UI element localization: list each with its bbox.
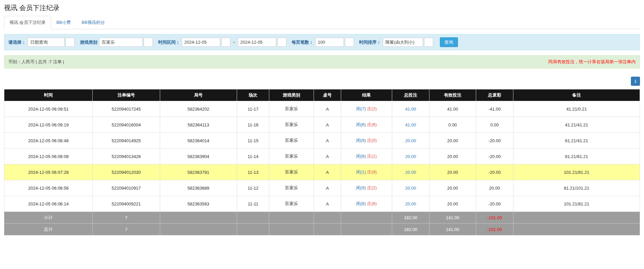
tab-betting-records[interactable]: 视讯 会员下注纪录: [4, 16, 51, 29]
cell-table-no: A: [314, 196, 341, 212]
cell-bet-no: 522094016004: [93, 117, 160, 133]
game-type-label: 游戏类别: [80, 39, 97, 45]
cell-time: 2024-12-05 06:06:56: [4, 180, 93, 196]
subtotal-count: 7: [93, 212, 160, 224]
total-bet-link[interactable]: 20.00: [405, 170, 416, 175]
table-row: 2024-12-05 06:06:56 522094010917 5823636…: [4, 180, 640, 196]
subtotal-empty: [513, 212, 640, 224]
cell-result: 闲(9) 庄(2): [341, 180, 392, 196]
sort-dropdown-box[interactable]: [424, 38, 433, 47]
subtotal-empty: [269, 212, 314, 224]
search-button[interactable]: 查询: [440, 37, 458, 47]
cell-bet-no: 522094012030: [93, 164, 160, 180]
date-to-picker-box[interactable]: [277, 38, 286, 47]
cell-bet-no: 522094010917: [93, 180, 160, 196]
cell-table-no: A: [314, 117, 341, 133]
total-bet-link[interactable]: 20.00: [405, 186, 416, 191]
table-row: 2024-12-05 06:08:48 522094014925 5823640…: [4, 133, 640, 149]
summary-bar: 币别：人民币 | 总共 :7 注单 | 同局有效投注，统一计算在该局第一张注单内: [4, 55, 640, 69]
date-to-input[interactable]: [238, 38, 276, 47]
table-footer: 小计 7 182.00 141.00 -101.00 总计 7: [4, 212, 640, 235]
cell-game-type: 百家乐: [269, 101, 314, 117]
subtotal-label: 小计: [4, 212, 93, 224]
cell-time: 2024-12-05 06:07:28: [4, 164, 93, 180]
cell-valid-bet: 20.00: [429, 164, 476, 180]
table-row: 2024-12-05 06:09:19 522094016004 5823641…: [4, 117, 640, 133]
cell-session: 11-17: [237, 101, 269, 117]
cell-bet-no: 522094014925: [93, 133, 160, 149]
date-from-input[interactable]: [182, 38, 220, 47]
result-player: 闲(6): [356, 154, 366, 159]
header-game-type: 游戏类别: [269, 89, 314, 101]
cell-time: 2024-12-05 06:09:19: [4, 117, 93, 133]
date-range-label: 时间区间：: [158, 39, 180, 45]
cell-payout: 0.00: [476, 117, 513, 133]
cell-session: 11-12: [237, 180, 269, 196]
per-page-input[interactable]: [315, 38, 344, 47]
tab-bb-video-points[interactable]: BB视讯积分: [76, 16, 110, 29]
query-type-input[interactable]: [28, 38, 64, 47]
sort-input[interactable]: [383, 38, 423, 47]
table-header: 时间 注单编号 局号 场次 游戏类别 桌号 结果 总投注 有效投注 总派彩 备注: [4, 89, 640, 101]
cell-total-bet: 20.00: [392, 180, 429, 196]
cell-game-type: 百家乐: [269, 164, 314, 180]
result-player: 闲(9): [356, 185, 366, 190]
grand-total-empty: [314, 224, 341, 235]
cell-payout: -20.00: [476, 196, 513, 212]
cell-bet-no: 522094009221: [93, 196, 160, 212]
game-type-dropdown-box[interactable]: [144, 38, 153, 47]
cell-game-type: 百家乐: [269, 149, 314, 164]
total-bet-link[interactable]: 20.00: [405, 201, 416, 206]
cell-round-no: 582363689: [160, 180, 237, 196]
grand-total-total-bet: 182.00: [392, 224, 429, 235]
per-page-dropdown-box[interactable]: [345, 38, 354, 47]
cell-session: 11-16: [237, 117, 269, 133]
cell-total-bet: 20.00: [392, 196, 429, 212]
game-type-input[interactable]: [99, 38, 143, 47]
total-bet-link[interactable]: 20.00: [405, 138, 416, 143]
header-note: 备注: [513, 89, 640, 101]
table-row: 2024-12-05 06:09:51 522094017245 5823642…: [4, 101, 640, 117]
sort-label: 时间排序：: [359, 39, 381, 45]
grand-total-label: 总计: [4, 224, 93, 235]
result-banker: 庄(2): [367, 106, 377, 111]
cell-payout: -20.00: [476, 164, 513, 180]
cell-valid-bet: 20.00: [429, 133, 476, 149]
cell-table-no: A: [314, 180, 341, 196]
date-from-picker-box[interactable]: [221, 38, 230, 47]
tab-bar: 视讯 会员下注纪录 BB小费 BB视讯积分: [4, 16, 640, 29]
query-type-dropdown-box[interactable]: [65, 38, 75, 47]
page-button-1-top[interactable]: 1: [631, 77, 640, 86]
header-payout: 总派彩: [476, 89, 513, 101]
result-player: 闲(1): [356, 169, 366, 175]
cell-note: 101.21/81.21: [513, 164, 640, 180]
grand-total-empty: [160, 224, 237, 235]
cell-total-bet: 41.00: [392, 117, 429, 133]
tab-bb-tip[interactable]: BB小费: [51, 16, 76, 29]
total-bet-link[interactable]: 41.00: [405, 107, 416, 112]
grand-total-empty: [341, 224, 392, 235]
cell-result: 闲(6) 庄(1): [341, 149, 392, 164]
game-type-group: 游戏类别: [80, 38, 153, 47]
grand-total-valid-bet: 141.00: [429, 224, 476, 235]
cell-valid-bet: 20.00: [429, 149, 476, 164]
cell-game-type: 百家乐: [269, 180, 314, 196]
page-title: 视讯 会员下注纪录: [4, 3, 640, 12]
cell-time: 2024-12-05 06:09:51: [4, 101, 93, 117]
table-row: 2024-12-05 06:07:28 522094012030 5823637…: [4, 164, 640, 180]
result-player: 闲(9): [356, 138, 366, 143]
per-page-group: 每页笔数：: [292, 38, 354, 47]
cell-round-no: 582364113: [160, 117, 237, 133]
total-bet-link[interactable]: 41.00: [405, 122, 416, 127]
cell-total-bet: 20.00: [392, 149, 429, 164]
subtotal-row: 小计 7 182.00 141.00 -101.00: [4, 212, 640, 224]
cell-session: 11-15: [237, 133, 269, 149]
subtotal-total-bet: 182.00: [392, 212, 429, 224]
page-container: 视讯 会员下注纪录 视讯 会员下注纪录 BB小费 BB视讯积分 请选择： 游戏类…: [0, 3, 644, 269]
betting-records-table: 时间 注单编号 局号 场次 游戏类别 桌号 结果 总投注 有效投注 总派彩 备注…: [4, 89, 640, 235]
table-header-row: 时间 注单编号 局号 场次 游戏类别 桌号 结果 总投注 有效投注 总派彩 备注: [4, 89, 640, 101]
date-range-group: 时间区间： ~: [158, 38, 286, 47]
total-bet-link[interactable]: 20.00: [405, 154, 416, 159]
cell-payout: 20.00: [476, 180, 513, 196]
cell-result: 闲(7) 庄(2): [341, 101, 392, 117]
